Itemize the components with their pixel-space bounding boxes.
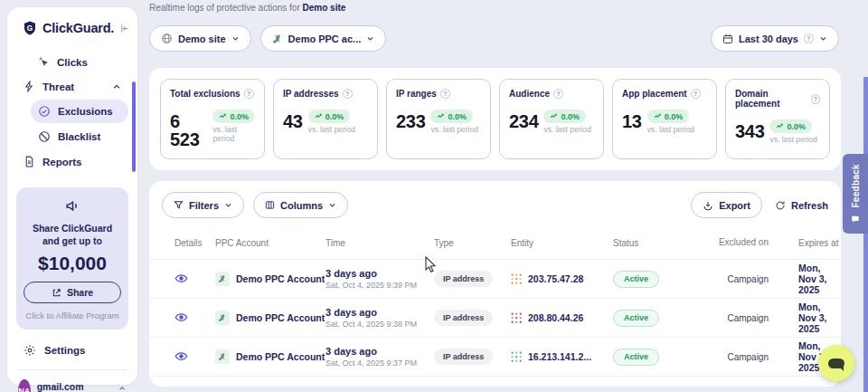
google-ads-icon (215, 272, 230, 286)
stat-card-ip-ranges: IP ranges? 233 0.0% vs. last period (386, 79, 491, 159)
stat-label: IP ranges (396, 89, 437, 99)
feedback-tab[interactable]: Feedback (843, 154, 868, 234)
share-button[interactable]: Share (24, 282, 121, 303)
affiliate-promo-card[interactable]: Share ClickGuard and get up to $10,000 S… (16, 187, 128, 330)
sidebar-item-threat[interactable]: Threat (16, 75, 128, 98)
stat-card-ip-addresses: IP addresses? 43 0.0% vs. last period (273, 79, 378, 159)
info-icon[interactable]: ? (343, 89, 353, 99)
table-toolbar: Filters Columns Export Refresh (149, 181, 841, 227)
trend-badge: 0.0% (647, 110, 690, 123)
stat-value: 6 523 (170, 112, 207, 148)
info-icon[interactable]: ? (244, 89, 254, 99)
view-details-eye-icon[interactable] (175, 311, 188, 324)
stat-value: 234 (509, 112, 538, 130)
entity-value: 208.80.44.26 (528, 312, 583, 323)
col-header-status[interactable]: Status (613, 238, 711, 248)
download-icon (703, 200, 713, 211)
type-badge: IP address (434, 349, 493, 365)
clickguard-logo-icon: G (22, 20, 38, 36)
google-ads-icon (215, 311, 230, 325)
trend-up-icon (776, 122, 784, 130)
stat-label: Total exclusions (170, 89, 241, 99)
sidebar-item-reports[interactable]: Reports (16, 150, 128, 173)
columns-icon (265, 200, 275, 210)
refresh-button[interactable]: Refresh (775, 200, 828, 211)
trend-badge: 0.0% (430, 110, 473, 123)
stat-card-audience: Audience? 234 0.0% vs. last period (499, 79, 604, 159)
view-details-eye-icon[interactable] (175, 272, 188, 285)
sidebar-item-clicks[interactable]: Clicks (31, 51, 128, 73)
view-details-eye-icon[interactable] (175, 349, 188, 363)
col-header-excluded-on[interactable]: Excluded on (711, 237, 776, 249)
date-range-value: Last 30 days (739, 33, 798, 44)
logs-table-panel: Filters Columns Export Refresh Details P… (149, 181, 841, 387)
filters-dropdown[interactable]: Filters (162, 192, 244, 218)
vs-last-period: vs. last period (308, 125, 355, 134)
ip-identicon (511, 273, 523, 285)
promo-footer: Click to Affiliate Program (24, 311, 121, 320)
sidebar-scrollbar[interactable] (132, 81, 136, 172)
account-switcher[interactable]: NA gmail.com naatali.ro@gmail.com (16, 378, 128, 392)
sidebar-item-settings[interactable]: Settings (16, 337, 128, 364)
user-name: gmail.com (37, 381, 111, 392)
document-icon (24, 156, 35, 167)
calendar-icon (722, 33, 733, 44)
site-filter-dropdown[interactable]: Demo site (149, 25, 251, 52)
avatar: NA (18, 379, 31, 392)
site-filter-value: Demo site (178, 33, 226, 44)
page-subtitle: Realtime logs of protective actions for … (149, 3, 345, 13)
collapse-sidebar-icon[interactable] (118, 23, 130, 34)
status-badge: Active (613, 310, 659, 327)
info-icon[interactable]: ? (553, 89, 563, 99)
col-header-details[interactable]: Details (175, 238, 215, 248)
check-circle-icon (38, 105, 51, 118)
megaphone-icon (65, 198, 80, 214)
col-header-entity[interactable]: Entity (511, 238, 613, 248)
time-absolute: Sat, Oct 4, 2025 9:37 PM (326, 359, 434, 368)
stat-value: 13 (622, 112, 642, 130)
status-badge: Active (613, 271, 659, 288)
account-filter-dropdown[interactable]: Demo PPC ac... (260, 25, 387, 52)
date-range-dropdown[interactable]: Last 30 days ? (711, 25, 839, 52)
excluded-on-value: Campaign (711, 352, 776, 362)
subtitle-site-name: Demo site (303, 3, 346, 13)
sidebar-item-label: Clicks (57, 57, 88, 68)
info-icon[interactable]: ? (440, 89, 450, 99)
ban-icon (38, 130, 51, 143)
chevron-up-icon (112, 82, 121, 91)
vs-last-period: vs. last period (430, 125, 477, 134)
feedback-chat-icon (851, 215, 860, 224)
col-header-account[interactable]: PPC Account (215, 238, 326, 248)
promo-headline: Share ClickGuard and get up to (24, 222, 121, 247)
refresh-icon (775, 200, 786, 211)
trend-badge: 0.0% (769, 120, 812, 133)
chat-launcher-button[interactable] (818, 345, 854, 381)
trend-up-icon (654, 112, 662, 120)
col-header-type[interactable]: Type (434, 238, 511, 248)
settings-label: Settings (44, 345, 85, 356)
stat-card-total-exclusions: Total exclusions? 6 523 0.0% vs. last pe… (160, 79, 265, 159)
stat-value: 43 (283, 112, 303, 130)
feedback-label: Feedback (851, 164, 861, 208)
export-label: Export (719, 200, 750, 211)
info-icon[interactable]: ? (691, 89, 701, 99)
lightning-icon (24, 81, 35, 92)
time-absolute: Sat, Oct 4, 2025 9:38 PM (326, 320, 434, 329)
sidebar-item-label: Exclusions (58, 106, 113, 117)
vs-last-period: vs. last period (769, 135, 816, 144)
info-icon[interactable]: ? (811, 94, 820, 104)
table-row: Demo PPC Account 3 days agoSat, Oct 4, 2… (149, 338, 841, 377)
table-row: Demo PPC Account 3 days agoSat, Oct 4, 2… (149, 299, 841, 338)
page-scrollbar[interactable] (863, 77, 868, 392)
export-button[interactable]: Export (691, 192, 762, 218)
entity-value: 16.213.141.2... (528, 351, 591, 362)
ip-identicon (511, 312, 523, 324)
columns-label: Columns (280, 200, 323, 211)
columns-dropdown[interactable]: Columns (253, 192, 348, 218)
col-header-expires-at[interactable]: Expires at (776, 238, 841, 248)
sidebar-item-exclusions[interactable]: Exclusions (31, 100, 128, 123)
globe-icon (161, 33, 173, 44)
google-ads-icon (215, 349, 230, 364)
col-header-time[interactable]: Time (326, 238, 434, 248)
sidebar-item-blacklist[interactable]: Blacklist (31, 125, 128, 148)
